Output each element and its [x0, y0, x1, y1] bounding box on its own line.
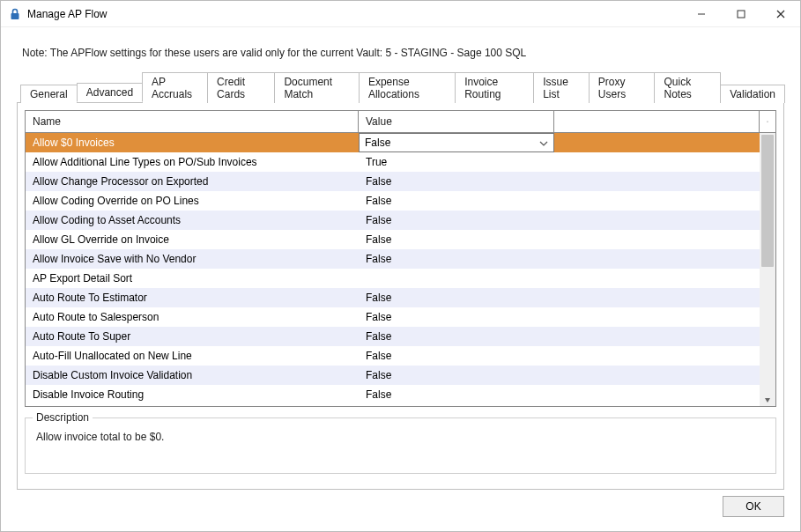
setting-value: False — [359, 233, 554, 246]
tab-quick-notes[interactable]: Quick Notes — [654, 72, 721, 103]
tab-general[interactable]: General — [20, 85, 78, 103]
table-row[interactable]: Disable Custom Invoice ValidationFalse — [26, 366, 760, 385]
tab-document-match[interactable]: Document Match — [274, 72, 360, 103]
svg-marker-6 — [765, 398, 770, 403]
table-row[interactable]: Disable Invoice RoutingFalse — [26, 385, 760, 404]
table-row[interactable]: Allow Change Processor on ExportedFalse — [26, 172, 760, 191]
setting-name: Allow Additional Line Types on PO/Sub In… — [26, 156, 359, 168]
scrollbar-thumb[interactable] — [761, 135, 774, 267]
setting-value: False — [359, 195, 554, 207]
svg-rect-0 — [11, 13, 19, 19]
setting-value: False — [359, 175, 554, 188]
setting-name: Auto-Fill Unallocated on New Line — [26, 350, 359, 362]
maximize-button[interactable] — [721, 1, 760, 27]
window-title: Manage AP Flow — [27, 8, 681, 20]
setting-value: False — [359, 330, 554, 343]
table-row[interactable]: Allow Coding to Asset AccountsFalse — [26, 211, 760, 230]
tab-credit-cards[interactable]: Credit Cards — [207, 72, 275, 103]
setting-name: AP Export Detail Sort — [26, 272, 359, 284]
description-group: Description Allow invoice total to be $0… — [25, 417, 776, 474]
setting-name: Auto Route To Estimator — [26, 292, 359, 304]
table-row[interactable]: Auto Route To EstimatorFalse — [26, 288, 760, 307]
table-row[interactable]: Allow GL Override on InvoiceFalse — [26, 230, 760, 249]
table-row[interactable]: Auto Route To SuperFalse — [26, 327, 760, 346]
setting-name: Disable Custom Invoice Validation — [26, 369, 359, 381]
setting-value: False — [359, 388, 554, 401]
svg-marker-5 — [767, 121, 768, 122]
content-area: Note: The APFlow settings for these user… — [1, 27, 800, 502]
tab-validation[interactable]: Validation — [720, 85, 785, 103]
ok-button[interactable]: OK — [723, 496, 784, 517]
table-row[interactable]: Allow $0 InvoicesFalse — [26, 133, 760, 152]
advanced-panel: Name Value Allow $0 InvoicesFalseAllow A… — [17, 102, 784, 490]
column-header-value[interactable]: Value — [359, 111, 554, 132]
setting-value: False — [359, 214, 554, 226]
vault-note: Note: The APFlow settings for these user… — [22, 47, 779, 59]
column-header-spacer — [554, 111, 760, 132]
setting-value: False — [359, 253, 554, 265]
settings-grid: Name Value Allow $0 InvoicesFalseAllow A… — [25, 110, 776, 407]
value-dropdown[interactable]: False — [359, 133, 554, 152]
setting-name: Allow GL Override on Invoice — [26, 233, 359, 246]
table-row[interactable]: Auto Route to SalespersonFalse — [26, 307, 760, 327]
tab-expense-allocations[interactable]: Expense Allocations — [359, 72, 456, 103]
tab-invoice-routing[interactable]: Invoice Routing — [455, 72, 534, 103]
setting-name: Allow $0 Invoices — [26, 137, 359, 149]
setting-value: False — [359, 369, 554, 381]
grid-body: Allow $0 InvoicesFalseAllow Additional L… — [26, 133, 775, 406]
minimize-button[interactable] — [681, 1, 721, 27]
svg-rect-2 — [738, 11, 745, 18]
scroll-down-icon[interactable] — [760, 393, 775, 406]
table-row[interactable]: Allow Invoice Save with No VendorFalse — [26, 249, 760, 269]
lock-icon — [8, 7, 22, 21]
tabstrip: GeneralAdvancedAP AccrualsCredit CardsDo… — [20, 71, 784, 102]
grid-header-row: Name Value — [26, 111, 775, 133]
dropdown-selected-text: False — [365, 137, 539, 149]
setting-value: False — [359, 133, 554, 152]
description-text: Allow invoice total to be $0. — [36, 431, 767, 443]
table-row[interactable]: Allow Coding Override on PO LinesFalse — [26, 191, 760, 211]
setting-value: False — [359, 311, 554, 323]
setting-name: Auto Route To Super — [26, 330, 359, 343]
close-button[interactable] — [760, 1, 800, 27]
description-legend: Description — [33, 411, 93, 424]
vertical-scrollbar[interactable] — [760, 133, 775, 406]
setting-name: Allow Change Processor on Exported — [26, 175, 359, 188]
app-window: Manage AP Flow Note: The APFlow settings… — [0, 0, 801, 532]
setting-name: Allow Coding Override on PO Lines — [26, 195, 359, 207]
setting-name: Allow Coding to Asset Accounts — [26, 214, 359, 226]
setting-value: True — [359, 156, 554, 168]
column-header-name[interactable]: Name — [26, 111, 359, 132]
table-row[interactable]: Auto-Fill Unallocated on New LineFalse — [26, 346, 760, 366]
setting-name: Disable Invoice Routing — [26, 388, 359, 401]
tab-issue-list[interactable]: Issue List — [533, 72, 590, 103]
tab-proxy-users[interactable]: Proxy Users — [589, 72, 656, 103]
scroll-header-arrow[interactable] — [760, 111, 775, 132]
setting-name: Allow Invoice Save with No Vendor — [26, 253, 359, 265]
tab-ap-accruals[interactable]: AP Accruals — [142, 72, 208, 103]
footer: OK — [723, 496, 784, 517]
table-row[interactable]: Allow Additional Line Types on PO/Sub In… — [26, 152, 760, 172]
setting-name: Auto Route to Salesperson — [26, 311, 359, 323]
tab-advanced[interactable]: Advanced — [77, 83, 143, 102]
setting-value: False — [359, 292, 554, 304]
table-row[interactable]: AP Export Detail Sort — [26, 269, 760, 288]
setting-value: False — [359, 350, 554, 362]
chevron-down-icon — [539, 138, 548, 148]
titlebar: Manage AP Flow — [1, 1, 800, 27]
